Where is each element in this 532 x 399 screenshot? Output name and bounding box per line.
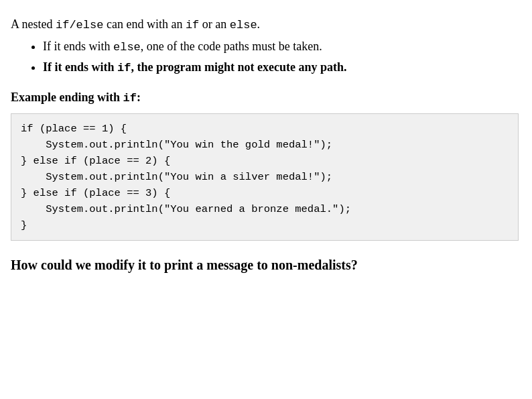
example-heading: Example ending with if:: [11, 89, 519, 107]
bullet-list: If it ends with else, one of the code pa…: [43, 38, 519, 77]
code-block: if (place == 1) { System.out.println("Yo…: [11, 113, 519, 241]
intro-text-suffix: .: [257, 17, 261, 31]
intro-code-if: if: [186, 19, 199, 32]
bullet1-prefix: If it ends with: [43, 40, 113, 53]
code-line-7: }: [21, 219, 27, 231]
intro-text-prefix: A nested: [11, 17, 56, 31]
code-line-3: } else if (place == 2) {: [21, 155, 170, 167]
code-line-5: } else if (place == 3) {: [21, 187, 170, 199]
closing-question: How could we modify it to print a messag…: [11, 255, 519, 274]
code-line-4: System.out.println("You win a silver med…: [21, 171, 332, 183]
bullet-item-1: If it ends with else, one of the code pa…: [43, 38, 519, 56]
example-heading-code: if: [123, 92, 137, 105]
bullet2-bold-suffix: , the program might not execute any path…: [131, 60, 346, 74]
example-heading-prefix: Example ending with: [11, 91, 123, 104]
code-line-6: System.out.println("You earned a bronze …: [21, 203, 351, 215]
bullet1-suffix: , one of the code paths must be taken.: [141, 40, 322, 53]
intro-text-middle: can end with an: [103, 17, 185, 31]
bullet-item-2: If it ends with if, the program might no…: [43, 58, 519, 77]
bullet2-code: if: [117, 62, 131, 74]
intro-paragraph: A nested if/else can end with an if or a…: [11, 16, 519, 34]
intro-text-or: or an: [199, 17, 229, 31]
code-line-2: System.out.println("You win the gold med…: [21, 139, 332, 151]
intro-code-if-else: if/else: [56, 19, 103, 32]
bullet2-bold-prefix: If it ends with: [43, 60, 117, 74]
intro-code-else: else: [230, 19, 257, 32]
bullet1-code: else: [113, 41, 141, 54]
example-heading-suffix: :: [137, 91, 141, 104]
code-line-1: if (place == 1) {: [21, 123, 127, 135]
